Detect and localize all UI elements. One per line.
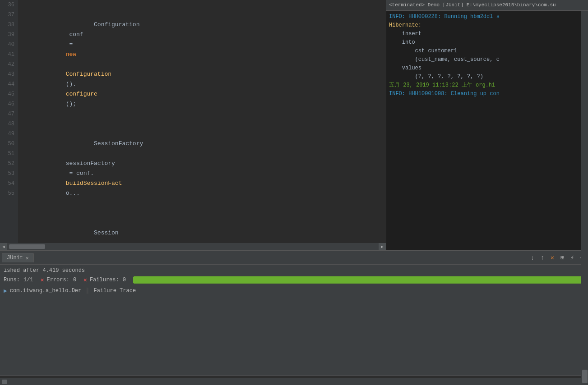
line-num-43: 43: [4, 69, 14, 79]
console-line-3: insert: [389, 30, 585, 38]
line-num-48: 48: [4, 119, 14, 129]
scroll-right-button[interactable]: ▶: [379, 243, 386, 250]
token-method: Configuration: [66, 71, 111, 78]
line-num-44: 44: [4, 79, 14, 89]
console-line-2: Hibernate:: [389, 21, 585, 30]
top-area: 36 37 38 39 40 41 42 43 44 45 46 47 48 4…: [0, 0, 588, 250]
token-var: sessionFactory: [66, 160, 115, 167]
console-line-4: into: [389, 38, 585, 47]
code-line-40: [22, 208, 386, 218]
code-line-38: [22, 119, 386, 129]
junit-status-text: ished after 4.419 seconds: [4, 267, 85, 274]
tab-bar-left: JUnit ✕: [2, 253, 34, 262]
failures-value: 0: [123, 277, 126, 283]
junit-tree-row: ▶ com.itwang.a_hello.Der ║ Failure Trace: [4, 287, 584, 294]
failures-label: Failures:: [90, 277, 119, 283]
code-content: 36 37 38 39 40 41 42 43 44 45 46 47 48 4…: [0, 0, 386, 250]
line-num-50: 50: [4, 139, 14, 149]
console-panel: <terminated> Demo [JUnit] E:\myeclipse20…: [386, 0, 588, 250]
console-line-9: 五月 23, 2019 11:13:22 上午 org.hi: [389, 81, 585, 90]
separator: ║: [86, 288, 89, 294]
token-punc: ();: [66, 101, 76, 107]
console-vertical-scrollbar[interactable]: [581, 11, 588, 250]
line-num-40: 40: [4, 40, 14, 50]
code-line-39: SessionFactory sessionFactory = conf. bu…: [22, 129, 386, 208]
token-var: conf: [66, 31, 83, 38]
scroll-left-button[interactable]: ◀: [0, 243, 7, 250]
token-punc: [66, 150, 69, 157]
toolbar-btn-up[interactable]: ↑: [538, 254, 546, 262]
console-content: INFO: HHH000228: Running hbm2ddl s Hiber…: [386, 11, 588, 234]
stat-runs: Runs: 1/1: [4, 277, 33, 283]
line-num-36: 36: [4, 0, 14, 10]
toolbar-btn-down[interactable]: ↓: [528, 254, 537, 262]
code-line-37: Configuration conf = new Configuration (…: [22, 10, 386, 119]
junit-stats-row: Runs: 1/1 ✕ Errors: 0 ✕ Failures: 0: [4, 276, 584, 284]
token-type: SessionFactory: [94, 140, 143, 147]
line-num-38: 38: [4, 20, 14, 30]
code-line-36: [22, 0, 386, 10]
token-kw: new: [66, 51, 76, 58]
console-line-10: INFO: HHH10001008: Cleaning up con: [389, 90, 585, 98]
tab-close-button[interactable]: ✕: [26, 255, 29, 261]
token-type: Configuration: [94, 21, 139, 28]
console-line-6: (cust_name, cust_source, c: [389, 55, 585, 64]
console-header: <terminated> Demo [JUnit] E:\myeclipse20…: [386, 0, 588, 11]
token-punc: = conf.: [66, 170, 94, 177]
junit-panel: JUnit ✕ ↓ ↑ ✕ ⊞ ⚡ ⊕ ished after 4.419 se…: [0, 250, 588, 376]
console-line-5: cst_customer1: [389, 47, 585, 55]
line-numbers: 36 37 38 39 40 41 42 43 44 45 46 47 48 4…: [0, 0, 18, 250]
token-punc: [66, 61, 69, 68]
line-num-47: 47: [4, 109, 14, 119]
errors-value: 0: [73, 277, 76, 283]
line-num-45: 45: [4, 89, 14, 99]
console-line-1: INFO: HHH000228: Running hbm2ddl s: [389, 13, 585, 21]
scroll-track[interactable]: [7, 243, 379, 250]
token-type: Session: [94, 229, 119, 236]
line-num-41: 41: [4, 50, 14, 60]
line-num-37: 37: [4, 10, 14, 20]
tree-icon: ▶: [4, 287, 7, 294]
toolbar-btn-grid[interactable]: ⊞: [558, 254, 566, 262]
tab-bar-right: ↓ ↑ ✕ ⊞ ⚡ ⊕: [528, 254, 586, 262]
line-num-42: 42: [4, 60, 14, 69]
line-num-52: 52: [4, 159, 14, 169]
stat-errors: ✕ Errors: 0: [41, 276, 76, 284]
runs-label: Runs:: [4, 277, 20, 283]
code-panel: 36 37 38 39 40 41 42 43 44 45 46 47 48 4…: [0, 0, 386, 250]
console-line-8: (?, ?, ?, ?, ?, ?, ?): [389, 73, 585, 81]
junit-status-line: ished after 4.419 seconds: [4, 267, 584, 274]
console-line-7: values: [389, 64, 585, 73]
code-horizontal-scrollbar[interactable]: ◀ ▶: [0, 243, 386, 250]
runs-value: 1/1: [23, 277, 33, 283]
code-lines[interactable]: Configuration conf = new Configuration (…: [18, 0, 386, 250]
tree-item-label[interactable]: com.itwang.a_hello.Der: [10, 288, 81, 294]
tab-bar: JUnit ✕ ↓ ↑ ✕ ⊞ ⚡ ⊕: [0, 251, 588, 265]
token-method: configure: [66, 91, 97, 97]
toolbar-btn-flash[interactable]: ⚡: [568, 254, 576, 262]
console-title: <terminated> Demo [JUnit] E:\myeclipse20…: [389, 2, 556, 8]
line-num-49: 49: [4, 129, 14, 139]
line-num-51: 51: [4, 149, 14, 159]
progress-bar-fill: [133, 276, 584, 284]
junit-content: ished after 4.419 seconds Runs: 1/1 ✕ Er…: [0, 265, 588, 376]
toolbar-btn-close[interactable]: ✕: [548, 254, 556, 262]
error-icon: ✕: [41, 276, 44, 284]
main-container: 36 37 38 39 40 41 42 43 44 45 46 47 48 4…: [0, 0, 588, 385]
token-punc: o...: [66, 190, 80, 197]
failure-trace-label: Failure Trace: [93, 288, 136, 294]
line-num-54: 54: [4, 179, 14, 188]
token-punc: =: [66, 41, 76, 48]
errors-label: Errors:: [46, 277, 69, 283]
junit-tab-label: JUnit: [7, 255, 23, 261]
token-punc: ().: [66, 81, 76, 87]
line-num-46: 46: [4, 99, 14, 109]
stat-failures: ✕ Failures: 0: [83, 276, 126, 284]
line-num-53: 53: [4, 169, 14, 179]
progress-bar-container: [133, 276, 584, 284]
scroll-thumb[interactable]: [9, 244, 45, 249]
line-num-39: 39: [4, 30, 14, 40]
line-num-55: 55: [4, 188, 14, 198]
junit-tab[interactable]: JUnit ✕: [2, 253, 34, 262]
failure-icon: ✕: [83, 276, 87, 284]
